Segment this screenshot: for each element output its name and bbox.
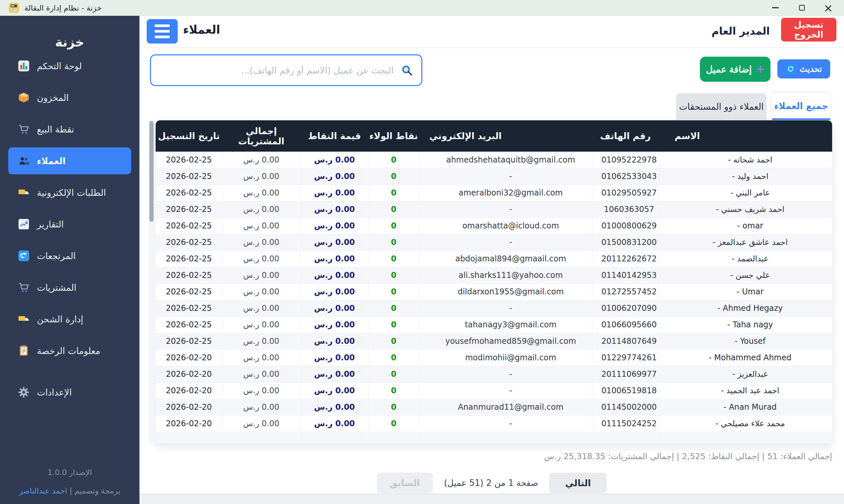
- registration-date-cell: 2026-02-20: [156, 399, 222, 415]
- customer-name-cell: احمد شريف حسني -: [659, 201, 832, 218]
- window-title: خزنة - نظام إدارة البقالة: [24, 4, 102, 12]
- email-cell: omarshatta@icloud.com: [419, 218, 592, 234]
- table-row[interactable]: احمد شريف حسني -1060363057-00.00 ر.س0.00…: [156, 201, 832, 218]
- close-icon[interactable]: ×: [824, 3, 833, 13]
- phone-cell: 01000800629: [592, 218, 659, 234]
- phone-cell: 01115024252: [592, 415, 659, 432]
- email-cell: -: [419, 366, 592, 382]
- customer-name-cell: عبدالصمد -: [659, 251, 832, 267]
- total-purchases-cell: 0.00 ر.س: [222, 267, 300, 284]
- total-purchases-cell: 0.00 ر.س: [222, 333, 300, 349]
- table-row[interactable]: عبدالعزيز -20111069977-00.00 ر.س0.00 ر.س…: [156, 366, 832, 382]
- add-customer-label: إضافة عميل: [706, 64, 752, 75]
- customer-name-cell: Anan Murad -: [659, 399, 832, 415]
- table-row[interactable]: Mohammed Ahmed -01229774261modimohii@gma…: [156, 349, 832, 366]
- table-row: [156, 432, 832, 443]
- sidebar-item[interactable]: لوحة التحكم: [0, 50, 140, 82]
- email-cell: Ananmurad11@gmail.com: [419, 399, 592, 415]
- developer-link[interactable]: احمد عبدالناصر: [19, 487, 67, 495]
- table-row[interactable]: Anan Murad -01145002000Ananmurad11@gmail…: [156, 399, 832, 415]
- tab-customers-with-dues[interactable]: العملاء ذوو المستحقات: [676, 93, 767, 120]
- page-info: صفحة 1 من 2 (51 عميل): [444, 478, 538, 488]
- email-cell: tahanagy3@gmail.com: [419, 317, 592, 333]
- pagination: التالي صفحة 1 من 2 (51 عميل) السابق: [140, 473, 844, 493]
- sidebar-item-label: المرتجعات: [37, 251, 76, 261]
- chart-up-icon: [17, 218, 30, 231]
- points-value-cell: 0.00 ر.س: [300, 234, 369, 251]
- email-cell: ameralboni32@gmail.com: [419, 185, 592, 201]
- registration-date-cell: 2026-02-25: [156, 201, 222, 218]
- titlebar: خزنة - نظام إدارة البقالة ×: [0, 0, 844, 16]
- loyalty-points-cell: 0: [369, 234, 419, 251]
- sidebar-item-label: التقارير: [37, 219, 64, 230]
- customer-name-cell: Taha nagy -: [659, 317, 832, 333]
- loyalty-points-cell: 0: [369, 267, 419, 284]
- email-cell: abdojamal894@gmaail.com: [419, 251, 592, 267]
- table-row[interactable]: احمد شحاته -01095222978ahmedshehataquitb…: [156, 151, 832, 168]
- tab-all-customers[interactable]: جميع العملاء: [772, 93, 830, 120]
- loyalty-points-cell: 0: [369, 399, 419, 415]
- email-cell: -: [419, 234, 592, 251]
- total-purchases-cell: 0.00 ر.س: [222, 218, 300, 234]
- search-bar: [150, 54, 422, 86]
- loyalty-points-cell: 0: [369, 300, 419, 317]
- sidebar-nav: لوحة التحكمالمخزوننقطة البيعالعملاءالطلب…: [0, 50, 140, 408]
- logout-button[interactable]: تسجيل الخروج: [781, 18, 837, 41]
- phone-cell: 01095222978: [592, 151, 659, 168]
- sidebar-item[interactable]: العملاء: [8, 147, 131, 174]
- sidebar-item[interactable]: المشتريات: [0, 272, 140, 303]
- phone-cell: 1060363057: [592, 201, 659, 218]
- search-input[interactable]: [150, 54, 422, 86]
- table-row[interactable]: عبدالصمد -20112262672abdojamal894@gmaail…: [156, 251, 832, 267]
- totals-summary: إجمالي العملاء: 51 | إجمالي النقاط: 2,52…: [544, 452, 832, 461]
- total-purchases-cell: 0.00 ر.س: [222, 185, 300, 201]
- customer-name-cell: omar -: [659, 218, 832, 234]
- points-value-cell: 0.00 ر.س: [300, 366, 369, 382]
- refresh-button[interactable]: تحديث: [777, 59, 830, 78]
- total-purchases-cell: 0.00 ر.س: [222, 151, 300, 168]
- points-value-cell: 0.00 ر.س: [300, 267, 369, 284]
- phone-cell: 20111069977: [592, 366, 659, 382]
- table-row[interactable]: احمد عبد الحميد -01006519818-00.00 ر.س0.…: [156, 382, 832, 399]
- total-purchases-cell: 0.00 ر.س: [222, 251, 300, 267]
- minimize-icon[interactable]: [771, 3, 780, 13]
- column-header: الاسم: [659, 120, 832, 151]
- next-page-button[interactable]: التالي: [549, 473, 607, 493]
- table-scrollbar[interactable]: [149, 120, 154, 443]
- sidebar-item[interactable]: إدارة الشحن: [0, 303, 140, 335]
- table-row[interactable]: Ahmed Hegazy -01006207090-00.00 ر.س0.00 …: [156, 300, 832, 317]
- scrollbar-thumb[interactable]: [149, 121, 154, 222]
- sidebar-item[interactable]: معلومات الرخصة: [0, 335, 140, 366]
- credit-prefix: برمجة وتصميم |: [67, 487, 120, 495]
- table-row[interactable]: احمد عاشق عبدالمعز -01500831200-00.00 ر.…: [156, 234, 832, 251]
- sidebar-item[interactable]: نقطة البيع: [0, 113, 140, 145]
- sidebar-item-label: الإعدادات: [37, 387, 72, 398]
- loyalty-points-cell: 0: [369, 349, 419, 366]
- maximize-icon[interactable]: [797, 3, 806, 13]
- table-row[interactable]: محمد علاء مصيلحي -01115024252-00.00 ر.س0…: [156, 415, 832, 432]
- loyalty-points-cell: 0: [369, 168, 419, 185]
- sidebar-item[interactable]: الإعدادات: [0, 376, 140, 408]
- table-row[interactable]: عامر البني -01029505927ameralboni32@gmai…: [156, 185, 832, 201]
- registration-date-cell: 2026-02-25: [156, 251, 222, 267]
- table-row[interactable]: Umar -01272557452dildarxon1955@gmail.com…: [156, 284, 832, 300]
- sidebar-item[interactable]: المخزون: [0, 82, 140, 113]
- return-icon: [17, 249, 30, 263]
- registration-date-cell: 2026-02-25: [156, 333, 222, 349]
- add-customer-button[interactable]: + إضافة عميل: [700, 57, 771, 82]
- column-header: رقم الهاتف: [592, 120, 659, 151]
- sidebar-item-label: نقطة البيع: [37, 124, 74, 134]
- total-purchases-cell: 0.00 ر.س: [222, 168, 300, 185]
- table-row[interactable]: omar -01000800629omarshatta@icloud.com00…: [156, 218, 832, 234]
- table-row[interactable]: Taha nagy -01066095660tahanagy3@gmail.co…: [156, 317, 832, 333]
- sidebar-item[interactable]: الطلبات الإلكترونية: [0, 177, 140, 208]
- sidebar-item[interactable]: التقارير: [0, 208, 140, 240]
- table-row[interactable]: علي حسن -01140142953ali.sharks111@yahoo.…: [156, 267, 832, 284]
- registration-date-cell: 2026-02-25: [156, 234, 222, 251]
- previous-page-button[interactable]: السابق: [377, 473, 433, 493]
- points-value-cell: 0.00 ر.س: [300, 415, 369, 432]
- sidebar-item[interactable]: المرتجعات: [0, 240, 140, 272]
- table-row[interactable]: احمد وليد -01062533043-00.00 ر.س0.00 ر.س…: [156, 168, 832, 185]
- table-row[interactable]: Yousef -20114807649yousefmohamed859@gmai…: [156, 333, 832, 349]
- menu-toggle-button[interactable]: [147, 19, 178, 43]
